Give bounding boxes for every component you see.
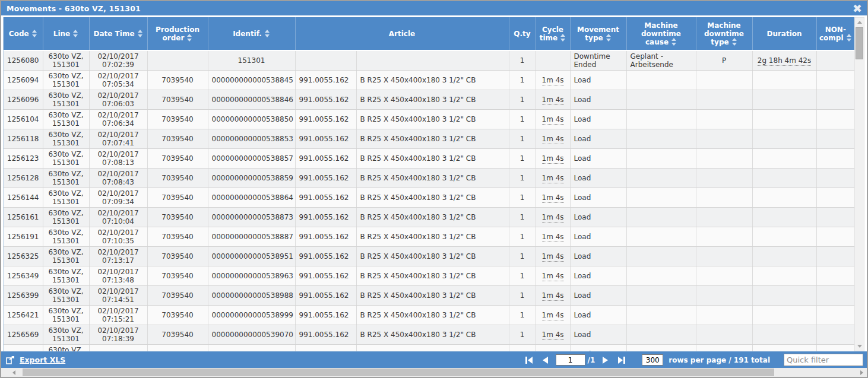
scroll-left-icon[interactable] [9, 368, 20, 377]
cell-article-desc: B R25 X 450x400x180 3 1/2" CB [356, 325, 509, 345]
export-icon [6, 355, 16, 364]
cell-downtime-cause [626, 345, 696, 352]
table-row[interactable]: 1256094630to VZ, 15130102/10/2017 07:05:… [4, 71, 854, 90]
cell-production-order: 7039540 [147, 325, 208, 345]
table-row[interactable]: 1256325630to VZ, 15130102/10/2017 07:13:… [4, 247, 854, 266]
window-title: Movements - 630to VZ, 151301 [7, 4, 141, 13]
cell-production-order: 7039540 [147, 266, 208, 286]
cell-article-code: 991.0055.162 [295, 286, 356, 306]
table-row[interactable]: 1256349630to VZ, 15130102/10/2017 07:13:… [4, 266, 854, 286]
table-row[interactable]: 1256144630to VZ, 15130102/10/2017 07:09:… [4, 188, 854, 208]
cell-article-desc: B R25 X 450x400x180 3 1/2" CB [356, 266, 509, 286]
cell-article-code [295, 50, 356, 71]
cell-date-time: 02/10/2017 07:08:43 [89, 169, 147, 188]
sort-icon [265, 30, 270, 37]
cell-downtime-type [696, 110, 752, 129]
cell-non-compl [816, 129, 854, 149]
column-header-line[interactable]: Line [43, 17, 89, 50]
column-label: Duration [766, 30, 802, 38]
table-row[interactable]: 1256080630to VZ, 15130102/10/2017 07:02:… [4, 50, 854, 71]
cell-non-compl [816, 286, 854, 306]
scroll-up-icon[interactable] [855, 18, 864, 27]
column-header-movement-type[interactable]: Movement type [570, 17, 626, 50]
quick-filter-input[interactable] [784, 354, 863, 366]
cell-non-compl [816, 325, 854, 345]
cell-cycle-time: 1m 4s [536, 149, 570, 169]
table-row[interactable]: 1256593630to VZ, 15130102/10/20177039540… [4, 345, 854, 352]
table-row[interactable]: 1256128630to VZ, 15130102/10/2017 07:08:… [4, 169, 854, 188]
cell-cycle-time: 1m 4s [536, 188, 570, 208]
cell-line: 630to VZ, 151301 [43, 188, 89, 208]
column-header-non-compl[interactable]: NON-compl [816, 17, 854, 50]
cell-date-time: 02/10/2017 07:13:48 [89, 266, 147, 286]
first-page-icon[interactable] [524, 355, 534, 365]
cell-downtime-type [696, 286, 752, 306]
cell-duration [752, 286, 816, 306]
column-header-q-ty[interactable]: Q.ty [509, 17, 536, 50]
cell-cycle-time: 1m 4s [536, 208, 570, 227]
cell-downtime-cause [626, 129, 696, 149]
cell-non-compl [816, 169, 854, 188]
scroll-right-icon[interactable] [856, 368, 867, 377]
close-icon[interactable]: ✖ [853, 3, 862, 14]
cell-downtime-cause [626, 227, 696, 247]
table-row[interactable]: 1256096630to VZ, 15130102/10/2017 07:06:… [4, 90, 854, 110]
cell-article-desc: B R25 X 450x400x180 3 1/2" CB [356, 149, 509, 169]
previous-page-icon[interactable] [540, 355, 550, 365]
page-number-input[interactable] [556, 354, 585, 366]
cell-downtime-type [696, 71, 752, 90]
cell-line: 630to VZ, 151301 [43, 129, 89, 149]
sort-icon [847, 34, 852, 42]
rows-per-page-input[interactable] [642, 354, 663, 366]
title-bar: Movements - 630to VZ, 151301 ✖ [1, 1, 867, 15]
table-row[interactable]: 1256104630to VZ, 15130102/10/2017 07:06:… [4, 110, 854, 129]
column-label: Cycle time [540, 26, 563, 42]
cell-cycle-time: 1m 4s [536, 286, 570, 306]
next-page-icon[interactable] [600, 355, 611, 365]
export-xls-button[interactable]: Export XLS [6, 355, 65, 364]
column-header-production-order[interactable]: Production order [147, 17, 208, 50]
table-row[interactable]: 1256118630to VZ, 15130102/10/2017 07:07:… [4, 129, 854, 149]
cell-qty: 1 [509, 188, 536, 208]
table-row[interactable]: 1256191630to VZ, 15130102/10/2017 07:10:… [4, 227, 854, 247]
cell-article-desc: B R25 X 450x400x180 3 1/2" CB [356, 208, 509, 227]
vertical-scrollbar[interactable] [854, 17, 864, 351]
column-header-duration[interactable]: Duration [752, 17, 816, 50]
table-row[interactable]: 1256123630to VZ, 15130102/10/2017 07:08:… [4, 149, 854, 169]
column-header-article[interactable]: Article [295, 17, 509, 50]
cell-article-code: 991.0055.162 [295, 325, 356, 345]
table-row[interactable]: 1256421630to VZ, 15130102/10/2017 07:15:… [4, 306, 854, 325]
cell-duration [752, 110, 816, 129]
column-header-machine-downtime-cause[interactable]: Machine downtime cause [626, 17, 696, 50]
cell-downtime-type [696, 149, 752, 169]
scroll-down-icon[interactable] [855, 342, 864, 351]
table-row[interactable]: 1256161630to VZ, 15130102/10/2017 07:10:… [4, 208, 854, 227]
column-header-cycle-time[interactable]: Cycle time [536, 17, 570, 50]
table-row[interactable]: 1256569630to VZ, 15130102/10/2017 07:18:… [4, 325, 854, 345]
table-row[interactable]: 1256399630to VZ, 15130102/10/2017 07:14:… [4, 286, 854, 306]
cell-line: 630to VZ, 151301 [43, 345, 89, 352]
cell-cycle-time: 1m 4s [536, 169, 570, 188]
cell-qty: 1 [509, 90, 536, 110]
cell-downtime-type: P [696, 50, 752, 71]
cell-duration [752, 306, 816, 325]
cell-qty: 1 [509, 129, 536, 149]
cell-movement-type: Load [570, 188, 626, 208]
cell-downtime-cause [626, 90, 696, 110]
cell-downtime-type [696, 90, 752, 110]
horizontal-scroll-thumb[interactable] [23, 369, 774, 376]
column-header-date-time[interactable]: Date Time [89, 17, 147, 50]
cell-article-desc: B R25 X 450x400x180 3 1/2" CB [356, 286, 509, 306]
cell-duration [752, 149, 816, 169]
horizontal-scrollbar[interactable] [1, 368, 867, 377]
vertical-scroll-thumb[interactable] [856, 27, 863, 59]
cell-line: 630to VZ, 151301 [43, 208, 89, 227]
cell-date-time: 02/10/2017 07:07:41 [89, 129, 147, 149]
column-header-identif-[interactable]: Identif. [208, 17, 295, 50]
column-header-machine-downtime-type[interactable]: Machine downtime type [696, 17, 752, 50]
column-header-code[interactable]: Code [4, 17, 43, 50]
cell-article-code: 991.0055.162 [295, 208, 356, 227]
export-xls-label[interactable]: Export XLS [20, 355, 65, 364]
last-page-icon[interactable] [616, 355, 627, 365]
cell-non-compl [816, 345, 854, 352]
